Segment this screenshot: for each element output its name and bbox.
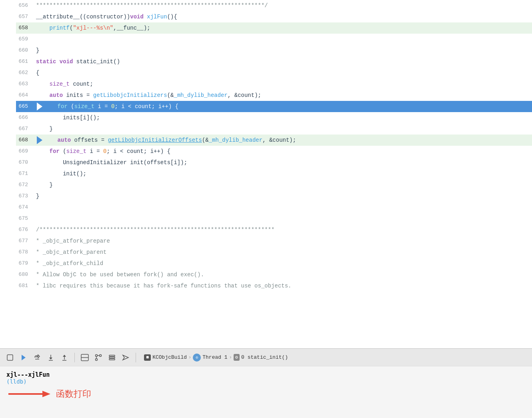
code-line-670: 670 UnsignedInitializer init(offsets[i])… (16, 157, 532, 168)
line-number-680: 680 (16, 269, 36, 280)
breadcrumb-build-icon: ■ (144, 354, 151, 361)
line-number-669: 669 (16, 146, 36, 157)
svg-marker-19 (123, 355, 128, 360)
line-content-676: /***************************************… (36, 224, 532, 235)
line-number-661: 661 (16, 56, 36, 67)
code-line-665: 665 for (size_t i = 0; i < count; i++) { (16, 101, 532, 112)
svg-rect-18 (109, 359, 115, 360)
svg-point-11 (96, 354, 98, 356)
code-line-661: 661 static void static_init() (16, 56, 532, 67)
step-into-button[interactable] (46, 352, 56, 363)
line-content-658: printf("xjl---%s\n",__func__); (36, 22, 532, 34)
debug-toolbar: ■ KCObjcBuild › ⊙ Thread 1 › ⚙ 0 static_… (0, 348, 532, 366)
line-content-668: auto offsets = getLibobjcInitializerOffs… (36, 135, 532, 146)
line-content-666: inits[i](); (36, 112, 532, 123)
line-number-676: 676 (16, 224, 36, 235)
line-content-673: } (36, 191, 532, 202)
code-editor: 656 ************************************… (0, 0, 532, 348)
line-number-678: 678 (16, 247, 36, 258)
line-content-671: init(); (36, 168, 532, 179)
breadcrumb-thread-icon: ⊙ (193, 354, 201, 362)
breadcrumb-sep-1: › (188, 355, 191, 360)
svg-marker-21 (42, 391, 50, 397)
line-number-662: 662 (16, 67, 36, 78)
line-number-663: 663 (16, 78, 36, 90)
line-number-677: 677 (16, 235, 36, 247)
line-content-670: UnsignedInitializer init(offsets[i]); (36, 157, 532, 168)
code-line-659: 659 (16, 34, 532, 45)
breadcrumb-func-icon: ⚙ (234, 354, 240, 361)
breadcrumb-thread-label[interactable]: Thread 1 (202, 354, 227, 360)
line-number-670: 670 (16, 157, 36, 168)
code-line-675: 675 (16, 213, 532, 224)
code-line-663: 663 size_t count; (16, 78, 532, 90)
line-content-681: * libc requires this because it has fork… (36, 280, 532, 291)
code-line-678: 678 * _objc_atfork_parent (16, 247, 532, 258)
svg-marker-7 (63, 355, 66, 357)
line-content-656: ****************************************… (36, 0, 532, 11)
code-lines: 656 ************************************… (16, 0, 532, 348)
line-number-664: 664 (16, 90, 36, 101)
code-line-674: 674 (16, 202, 532, 213)
code-line-664: 664 auto inits = getLibobjcInitializers(… (16, 90, 532, 101)
line-content-669: for (size_t i = 0; i < count; i++) { (36, 146, 532, 157)
line-number-660: 660 (16, 45, 36, 56)
code-line-668: 668 auto offsets = getLibobjcInitializer… (16, 135, 532, 146)
line-number-659: 659 (16, 34, 36, 45)
continue-button[interactable] (18, 352, 29, 363)
stack-button[interactable] (107, 352, 117, 363)
annotation-arrow-svg (6, 388, 54, 400)
line-number-673: 673 (16, 191, 36, 202)
breadcrumb-build-label[interactable]: KCObjcBuild (152, 354, 187, 360)
svg-marker-4 (49, 358, 52, 360)
stop-button[interactable] (5, 352, 15, 363)
line-content-662: { (36, 67, 532, 78)
line-number-671: 671 (16, 168, 36, 179)
breadcrumb: ■ KCObjcBuild › ⊙ Thread 1 › ⚙ 0 static_… (144, 354, 288, 362)
code-line-677: 677 * _objc_atfork_prepare (16, 235, 532, 247)
line-content-680: * Allow ObjC to be used between fork() a… (36, 269, 532, 280)
simulate-button[interactable] (120, 352, 131, 363)
code-line-662: 662 { (16, 67, 532, 78)
code-line-676: 676 /***********************************… (16, 224, 532, 235)
annotation-text: 函数打印 (56, 388, 91, 400)
divider-1 (74, 353, 75, 362)
svg-marker-1 (22, 355, 26, 360)
breadcrumb-sep-2: › (229, 355, 232, 360)
code-line-666: 666 inits[i](); (16, 112, 532, 123)
breadcrumb-func-label[interactable]: 0 static_init() (241, 354, 288, 360)
svg-point-12 (100, 354, 102, 356)
console-output-text: xjl---xjlFun (6, 371, 50, 378)
panel-toggle-button[interactable] (80, 352, 90, 363)
line-content-663: size_t count; (36, 78, 532, 90)
svg-point-13 (96, 358, 98, 360)
svg-rect-16 (109, 355, 115, 356)
line-number-674: 674 (16, 202, 36, 213)
line-number-665: 665 (16, 101, 36, 112)
code-line-656: 656 ************************************… (16, 0, 532, 11)
svg-rect-17 (109, 357, 115, 358)
line-number-679: 679 (16, 258, 36, 269)
branch-button[interactable] (93, 352, 104, 363)
line-content-679: * _objc_atfork_child (36, 258, 532, 269)
line-content-677: * _objc_atfork_prepare (36, 235, 532, 247)
code-line-671: 671 init(); (16, 168, 532, 179)
line-content-664: auto inits = getLibobjcInitializers(&_mh… (36, 90, 532, 101)
step-over-button[interactable] (32, 352, 42, 363)
line-number-657: 657 (16, 11, 36, 22)
line-number-667: 667 (16, 123, 36, 135)
line-content-678: * _objc_atfork_parent (36, 247, 532, 258)
line-number-666: 666 (16, 112, 36, 123)
code-line-680: 680 * Allow ObjC to be used between fork… (16, 269, 532, 280)
code-line-660: 660 } (16, 45, 532, 56)
code-line-667: 667 } (16, 123, 532, 135)
svg-rect-0 (7, 355, 13, 360)
line-content-661: static void static_init() (36, 56, 532, 67)
console-output-row: xjl---xjlFun (6, 371, 526, 378)
divider-2 (136, 353, 136, 362)
code-line-681: 681 * libc requires this because it has … (16, 280, 532, 291)
annotation-row: 函数打印 (6, 388, 526, 400)
code-line-669: 669 for (size_t i = 0; i < count; i++) { (16, 146, 532, 157)
step-out-button[interactable] (59, 352, 70, 363)
console-prompt-row: (lldb) (6, 378, 526, 385)
